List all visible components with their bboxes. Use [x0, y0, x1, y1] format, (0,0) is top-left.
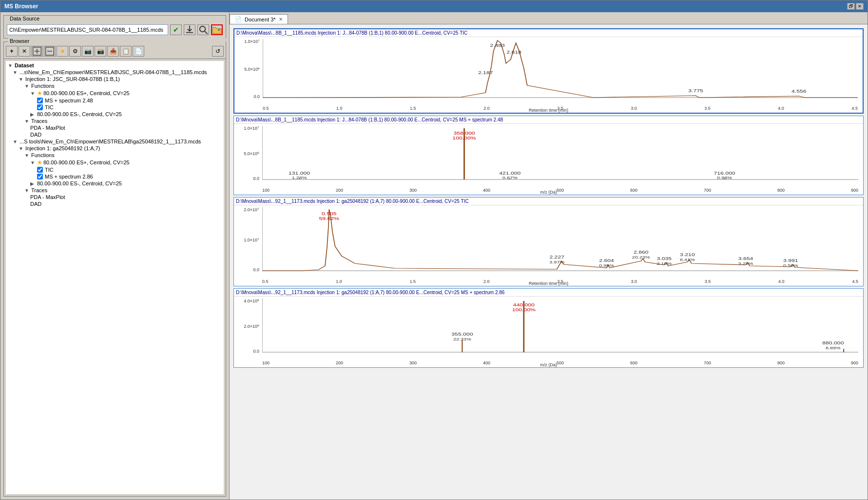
dad2-label: DAD [30, 201, 41, 207]
tree-traces1[interactable]: ▼ Traces [7, 118, 223, 124]
add-folder-button[interactable]: + [211, 24, 223, 35]
toggle-traces2[interactable]: ▼ [24, 188, 30, 193]
tree-dad2[interactable]: DAD [7, 200, 223, 207]
search-button[interactable] [197, 24, 209, 35]
es1neg-label: 80.00-900.00 ES-, Centroid, CV=25 [37, 111, 122, 117]
close-button[interactable]: ✕ [856, 3, 864, 10]
app-window: MS Browser 🗗 ✕ Data Source ✔ [0, 0, 868, 500]
tree-functions2[interactable]: ▼ Functions [7, 152, 223, 159]
copy2-button[interactable]: 📄 [133, 46, 144, 57]
svg-text:2.187: 2.187 [478, 70, 493, 75]
app-title: MS Browser [4, 3, 38, 10]
collapse-all-button[interactable] [44, 46, 56, 57]
ms1-checkbox[interactable] [37, 98, 43, 103]
pda1-label: PDA - MaxPlot [30, 125, 65, 131]
svg-text:2.483: 2.483 [490, 43, 505, 48]
tic2-checkbox[interactable] [37, 167, 43, 173]
star-icon1: ★ [37, 90, 42, 97]
tab-icon: 📄 [235, 16, 242, 22]
tic2-label: TIC [45, 167, 54, 173]
export-button[interactable]: 📤 [107, 46, 119, 57]
svg-text:2.227: 2.227 [549, 255, 564, 260]
add-item-button[interactable]: + [6, 46, 18, 57]
dataset-label: Dataset [15, 62, 34, 68]
browser-tree: ▼ Dataset ▼ ...s\New_Em_Ch\Empower\MESTR… [6, 61, 224, 494]
svg-text:421.000: 421.000 [499, 171, 521, 176]
document-area: D:\Mnova\Mass\...8B_1__1185.mcds Injecti… [230, 24, 868, 500]
tic1-checkbox[interactable] [37, 104, 43, 110]
tree-ms1[interactable]: MS + spectrum 2.48 [7, 97, 223, 104]
toggle-es1[interactable]: ▼ [30, 91, 36, 96]
toggle-esneg2[interactable]: ▶ [30, 181, 36, 186]
chart-ms2[interactable]: D:\Mnova\Mass\...92_1__1173.mcds Injecti… [233, 288, 864, 368]
svg-text:0.67%: 0.67% [502, 175, 518, 180]
tab-document3[interactable]: 📄 Document 3* ✕ [230, 14, 288, 24]
tree-tic1[interactable]: TIC [7, 104, 223, 111]
favorite-button[interactable]: ★ [57, 46, 68, 57]
toggle-inj2[interactable]: ▼ [19, 146, 24, 151]
tree-injection1[interactable]: ▼ Injection 1: JSC_SUR-084-078B (1:B,1) [7, 76, 223, 82]
data-source-input[interactable] [7, 24, 168, 35]
toggle-inj1[interactable]: ▼ [19, 77, 24, 82]
snapshot-button[interactable]: 📷 [82, 46, 94, 57]
injection2-label: Injection 1: ga25048192 (1:A,7) [25, 145, 100, 151]
tab-close-button[interactable]: ✕ [279, 17, 283, 22]
tree-pda1[interactable]: PDA - MaxPlot [7, 124, 223, 131]
tree-ms2[interactable]: MS + spectrum 2.86 [7, 173, 223, 180]
remove-item-button[interactable]: ✕ [19, 46, 30, 57]
toggle-func2[interactable]: ▼ [24, 153, 30, 158]
svg-text:6.41%: 6.41% [680, 257, 695, 261]
tree-traces2[interactable]: ▼ Traces [7, 187, 223, 194]
tree-es2[interactable]: ▼ ★ 80.00-900.00 ES+, Centroid, CV=25 [7, 159, 223, 166]
chart2-title: D:\Mnova\Mass\...8B_1__1185.mcds Injecti… [234, 116, 863, 124]
restore-button[interactable]: 🗗 [847, 3, 855, 10]
ms2-checkbox[interactable] [37, 174, 43, 180]
copy-button[interactable]: 📋 [120, 46, 132, 57]
browser-toolbar: + ✕ ★ ⚙ 📷 [4, 44, 226, 59]
toggle-dataset[interactable]: ▼ [8, 63, 14, 68]
tree-tic2[interactable]: TIC [7, 166, 223, 173]
title-bar: MS Browser 🗗 ✕ [0, 0, 868, 12]
validate-button[interactable]: ✔ [170, 24, 182, 35]
download-button[interactable] [184, 24, 195, 35]
right-panel: 📄 Document 3* ✕ D:\Mnova\Mass\...8B_1__1… [230, 12, 868, 500]
chart1-xlabel: Retention time (min) [234, 108, 863, 113]
toggle-file2[interactable]: ▼ [13, 139, 19, 144]
toggle-file1[interactable]: ▼ [13, 70, 19, 75]
chart2-plot: 358.000 100.00% 131.000 1.28% 421.000 0.… [262, 126, 858, 181]
svg-text:880.000: 880.000 [822, 340, 844, 345]
functions2-label: Functions [31, 152, 55, 158]
chart-tic1[interactable]: D:\Mnova\Mass\...8B_1__1185.mcds Injecti… [233, 28, 864, 114]
tree-es2-neg[interactable]: ▶ 80.00-900.00 ES-, Centroid, CV=25 [7, 180, 223, 187]
svg-text:1.28%: 1.28% [292, 175, 307, 180]
tree-es1[interactable]: ▼ ★ 80.00-900.00 ES+, Centroid, CV=25 [7, 89, 223, 97]
tree-file1[interactable]: ▼ ...s\New_Em_Ch\Empower\MESTRELAB\JSC_S… [7, 69, 223, 76]
chart4-xlabel: m/z (Da) [234, 362, 863, 367]
tree-file2[interactable]: ▼ ...S tools\New_Em_Ch\Empower\MESTRELAB… [7, 138, 223, 145]
refresh-button[interactable]: ↺ [212, 46, 224, 57]
chart-ms1[interactable]: D:\Mnova\Mass\...8B_1__1185.mcds Injecti… [233, 116, 864, 195]
toggle-es2[interactable]: ▼ [30, 160, 36, 165]
snapshot2-button[interactable]: 📸 [95, 46, 106, 57]
tree-es1-neg[interactable]: ▶ 80.00-900.00 ES-, Centroid, CV=25 [7, 111, 223, 118]
file2-label: ...S tools\New_Em_Ch\Empower\MESTRELAB\g… [19, 139, 201, 144]
chart-tic2[interactable]: D:\Mnova\Mass\...92_1__1173.mcds Injecti… [233, 197, 864, 286]
expand-all-button[interactable] [31, 46, 43, 57]
traces1-label: Traces [31, 118, 47, 124]
es1-label: 80.00-900.00 ES+, Centroid, CV=25 [43, 90, 130, 96]
svg-text:4.556: 4.556 [791, 89, 807, 94]
toggle-func1[interactable]: ▼ [24, 83, 30, 89]
tree-dad1[interactable]: DAD [7, 131, 223, 138]
file1-label: ...s\New_Em_Ch\Empower\MESTRELAB\JSC_SUR… [19, 69, 207, 75]
tree-dataset[interactable]: ▼ Dataset [7, 62, 223, 69]
tree-injection2[interactable]: ▼ Injection 1: ga25048192 (1:A,7) [7, 145, 223, 152]
left-panel: Data Source ✔ + [0, 12, 230, 500]
tree-pda2[interactable]: PDA - MaxPlot [7, 194, 223, 200]
toggle-esneg1[interactable]: ▶ [30, 112, 36, 117]
svg-text:2.604: 2.604 [599, 258, 614, 263]
svg-text:2.618: 2.618 [506, 50, 521, 55]
settings-button[interactable]: ⚙ [69, 46, 81, 57]
tree-functions1[interactable]: ▼ Functions [7, 82, 223, 89]
svg-text:0.505: 0.505 [322, 211, 337, 216]
toggle-traces1[interactable]: ▼ [24, 119, 30, 124]
